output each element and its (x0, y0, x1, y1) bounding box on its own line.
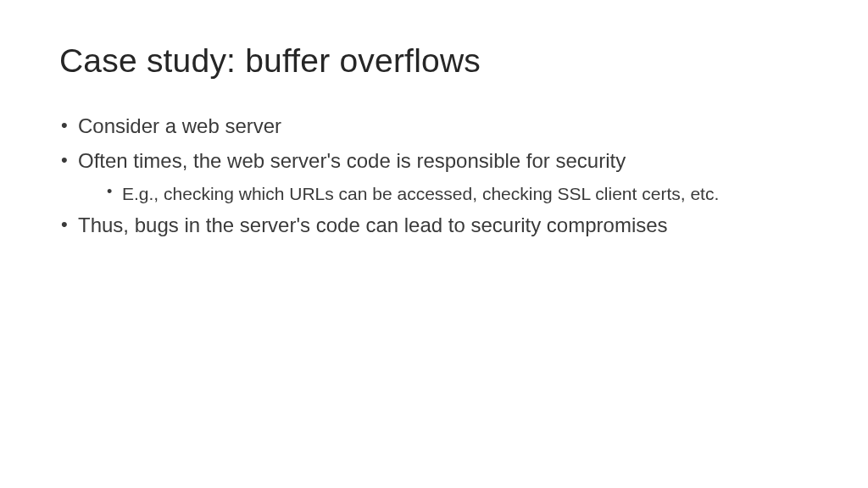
sub-bullet-list: E.g., checking which URLs can be accesse… (78, 181, 809, 206)
list-item: Thus, bugs in the server's code can lead… (59, 211, 809, 241)
bullet-list: Consider a web server Often times, the w… (59, 112, 809, 241)
list-item-text: Thus, bugs in the server's code can lead… (78, 214, 668, 236)
list-item: Consider a web server (59, 112, 809, 141)
list-item-text: Often times, the web server's code is re… (78, 149, 626, 172)
list-item-text: Consider a web server (78, 114, 281, 137)
list-item-text: E.g., checking which URLs can be accesse… (122, 184, 719, 203)
slide-title: Case study: buffer overflows (59, 42, 809, 80)
list-item: Often times, the web server's code is re… (59, 147, 809, 206)
list-item: E.g., checking which URLs can be accesse… (105, 181, 809, 206)
